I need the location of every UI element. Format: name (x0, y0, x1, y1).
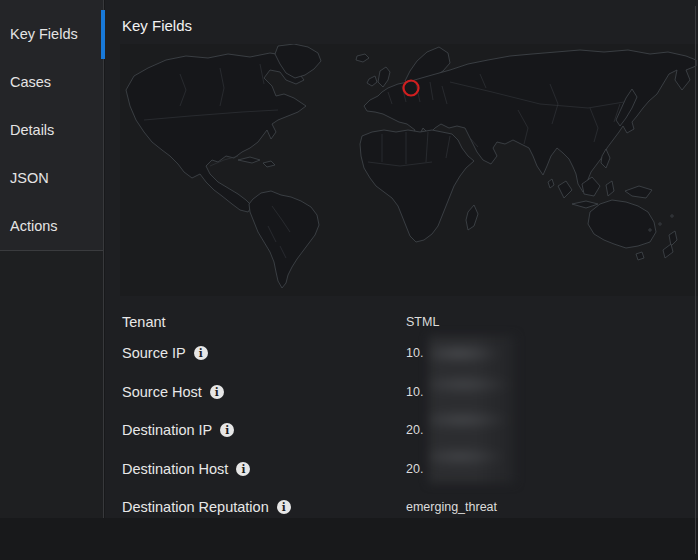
field-value: 10. (406, 346, 423, 360)
panel-title: Key Fields (122, 17, 192, 34)
sidebar-nav: Key Fields Cases Details JSON Actions (0, 0, 103, 251)
field-value: STML (406, 315, 439, 329)
sidebar-item-cases[interactable]: Cases (0, 58, 103, 106)
field-label-text: Source Host (122, 384, 202, 400)
sidebar-item-label: Actions (10, 218, 58, 234)
field-label: Destination IP (122, 422, 234, 438)
key-fields-panel: Key Fields (105, 0, 698, 518)
field-row-source-ip: Source IP 10. (105, 342, 698, 364)
info-icon[interactable] (236, 462, 250, 476)
sidebar-item-label: JSON (10, 170, 49, 186)
field-value: 20. (406, 462, 423, 476)
field-label-text: Source IP (122, 345, 186, 361)
active-tab-indicator (101, 10, 105, 59)
info-icon[interactable] (277, 500, 291, 514)
field-row-destination-reputation: Destination Reputation emerging_threat (105, 496, 698, 518)
field-value: 10. (406, 385, 423, 399)
field-row-tenant: Tenant STML (105, 311, 698, 333)
field-label: Destination Host (122, 461, 250, 477)
field-row-source-host: Source Host 10. (105, 381, 698, 403)
panel-right-border (695, 6, 696, 554)
info-icon[interactable] (194, 346, 208, 360)
info-icon[interactable] (210, 385, 224, 399)
field-value: emerging_threat (406, 500, 497, 514)
field-label-text: Tenant (122, 314, 166, 330)
sidebar-item-key-fields[interactable]: Key Fields (0, 10, 103, 58)
field-label-text: Destination Host (122, 461, 228, 477)
sidebar-tabs: Key Fields Cases Details JSON Actions (0, 0, 104, 518)
field-label: Destination Reputation (122, 499, 291, 515)
world-map (120, 44, 698, 296)
event-detail-flyout: Key Fields Cases Details JSON Actions Ke… (0, 0, 698, 560)
sidebar-item-actions[interactable]: Actions (0, 202, 103, 250)
geo-map (120, 44, 698, 296)
field-label-text: Destination Reputation (122, 499, 269, 515)
field-value: 20. (406, 423, 423, 437)
sidebar-item-label: Details (10, 122, 54, 138)
field-label: Source IP (122, 345, 208, 361)
panel-bottom-area (0, 518, 698, 560)
field-label: Tenant (122, 314, 166, 330)
redacted-values-blur (429, 336, 515, 483)
field-label: Source Host (122, 384, 224, 400)
sidebar-item-label: Key Fields (10, 26, 78, 42)
field-row-destination-ip: Destination IP 20. (105, 419, 698, 441)
info-icon[interactable] (220, 423, 234, 437)
field-label-text: Destination IP (122, 422, 212, 438)
sidebar-item-details[interactable]: Details (0, 106, 103, 154)
sidebar-item-json[interactable]: JSON (0, 154, 103, 202)
sidebar-item-label: Cases (10, 74, 51, 90)
field-row-destination-host: Destination Host 20. (105, 458, 698, 480)
